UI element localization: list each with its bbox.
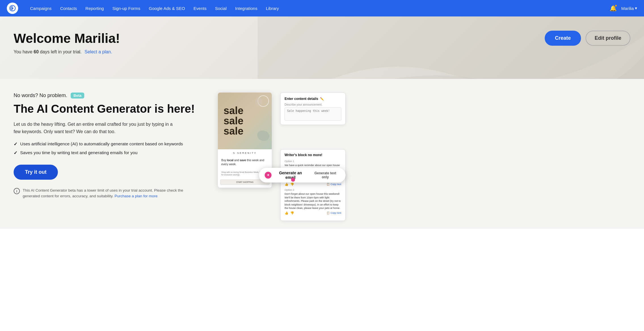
email-card-header: salesalesale xyxy=(218,93,272,149)
thumb-down-icon-2[interactable]: 👎 xyxy=(290,211,294,215)
user-menu[interactable]: Marilia ▾ xyxy=(621,6,637,11)
option-2-label: Option 2 xyxy=(285,188,341,191)
notification-bell[interactable]: 🔔 xyxy=(610,5,617,12)
create-button[interactable]: Create xyxy=(545,31,581,46)
logo[interactable] xyxy=(7,3,18,14)
nav-contacts[interactable]: Contacts xyxy=(56,4,81,13)
magic-wand-icon: ✦ xyxy=(265,172,272,179)
select-plan-link[interactable]: Select a plan. xyxy=(85,49,112,54)
nav-reporting[interactable]: Reporting xyxy=(81,4,108,13)
email-card-body: Buy local and save this week and every w… xyxy=(218,156,272,169)
pencil-icon: ✏️ xyxy=(320,97,324,101)
ai-panel-card: Enter content details ✏️ Describe your a… xyxy=(280,93,346,125)
email-brand: S SERENITY xyxy=(218,149,272,156)
deco-circle-2 xyxy=(255,98,263,106)
no-words-row: No words? No problem. Beta xyxy=(14,93,207,99)
ai-heading: The AI Content Generator is here! xyxy=(14,102,207,115)
chevron-down-icon: ▾ xyxy=(635,6,637,11)
ai-disclaimer: i This AI Content Generator beta has a l… xyxy=(14,188,190,199)
copy-icon-1: 📋 xyxy=(327,183,330,186)
option-1-icons: 👍 👎 xyxy=(285,183,294,186)
hero-trial-suffix: days left in your trial. xyxy=(39,49,81,54)
checklist-item-1: Uses artificial intelligence (AI) to aut… xyxy=(14,141,207,147)
ai-panel-label: Describe your announcement. xyxy=(285,103,341,106)
thumb-up-icon[interactable]: 👍 xyxy=(285,183,289,186)
generate-email-label: Generate an email xyxy=(274,171,308,180)
nav-integrations[interactable]: Integrations xyxy=(231,4,261,13)
generate-email-button[interactable]: ✦ Generate an email Generate text only xyxy=(259,168,346,183)
try-it-out-button[interactable]: Try it out xyxy=(14,165,58,180)
generate-button-wrapper: ✦ Generate an email Generate text only xyxy=(259,168,346,183)
hero-trial-days: 60 xyxy=(34,49,39,54)
nav-campaigns[interactable]: Campaigns xyxy=(26,4,56,13)
nav-events[interactable]: Events xyxy=(190,4,211,13)
writers-block-card: Writer's block no more! Option 1 We have… xyxy=(280,149,346,221)
hero-title: Welcome Marilia! xyxy=(14,31,212,46)
ai-left-panel: No words? No problem. Beta The AI Conten… xyxy=(14,93,207,199)
disclaimer-text: This AI Content Generator beta has a low… xyxy=(23,188,190,199)
no-words-text: No words? No problem. xyxy=(14,93,67,99)
nav-library[interactable]: Library xyxy=(262,4,283,13)
copy-icon-2: 📋 xyxy=(327,211,330,214)
nav-right: 🔔 Marilia ▾ xyxy=(610,5,637,12)
copy-text-2-button[interactable]: 📋 Copy text xyxy=(327,211,341,214)
writers-option-2: Option 2 Don't forget about our open hou… xyxy=(285,188,341,215)
option-2-actions: 👍 👎 📋 Copy text xyxy=(285,211,341,215)
info-icon: i xyxy=(14,188,20,194)
hero-content: Welcome Marilia! You have 60 days left i… xyxy=(14,31,212,55)
nav-links: Campaigns Contacts Reporting Sign-up For… xyxy=(26,4,610,13)
ai-checklist: Uses artificial intelligence (AI) to aut… xyxy=(14,141,207,156)
option-1-actions: 👍 👎 📋 Copy text xyxy=(285,183,341,186)
option-1-label: Option 1 xyxy=(285,160,341,163)
ai-description: Let us do the heavy lifting. Get an enti… xyxy=(14,121,178,135)
hero-buttons: Create Edit profile xyxy=(545,31,630,46)
ai-panel-input[interactable] xyxy=(285,107,341,121)
purchase-plan-link[interactable]: Purchase a plan for more xyxy=(115,194,158,198)
option-2-text: Don't forget about our open house this w… xyxy=(285,192,341,210)
hero-section: Welcome Marilia! You have 60 days left i… xyxy=(0,16,644,79)
generate-text-only-button[interactable]: Generate text only xyxy=(311,171,340,179)
ai-right-panel: salesalesale S SERENITY Buy local and sa… xyxy=(218,93,346,212)
ai-content-section: No words? No problem. Beta The AI Conten… xyxy=(14,93,630,212)
notification-dot xyxy=(614,4,617,7)
thumb-up-icon-2[interactable]: 👍 xyxy=(285,211,289,215)
illustration-wrapper: salesalesale S SERENITY Buy local and sa… xyxy=(218,93,346,212)
checklist-item-2: Saves you time by writing text and gener… xyxy=(14,150,207,156)
hero-subtitle: You have 60 days left in your trial. Sel… xyxy=(14,49,212,55)
nav-google-ads-seo[interactable]: Google Ads & SEO xyxy=(145,4,189,13)
navigation: Campaigns Contacts Reporting Sign-up For… xyxy=(0,0,644,16)
beta-badge: Beta xyxy=(71,93,84,99)
writers-title: Writer's block no more! xyxy=(285,153,341,157)
main-section: No words? No problem. Beta The AI Conten… xyxy=(0,79,644,229)
edit-profile-button[interactable]: Edit profile xyxy=(586,31,630,46)
user-name: Marilia xyxy=(621,6,634,11)
accent-dot xyxy=(291,178,295,182)
email-body-text: Buy local and save this week and every w… xyxy=(221,158,268,166)
svg-point-1 xyxy=(12,7,13,9)
ai-panel-title: Enter content details ✏️ xyxy=(285,97,341,101)
option-2-icons: 👍 👎 xyxy=(285,211,294,215)
copy-text-1-button[interactable]: 📋 Copy text xyxy=(327,183,341,186)
disclaimer-main: This AI Content Generator beta has a low… xyxy=(23,188,183,198)
nav-signup-forms[interactable]: Sign-up Forms xyxy=(108,4,144,13)
hero-trial-prefix: You have xyxy=(14,49,34,54)
nav-social[interactable]: Social xyxy=(211,4,231,13)
hero-wave-decoration xyxy=(258,16,644,79)
thumb-down-icon[interactable]: 👎 xyxy=(290,183,294,186)
